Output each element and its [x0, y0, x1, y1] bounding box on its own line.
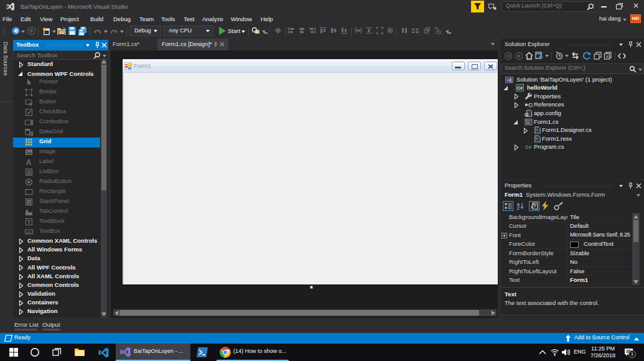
svg-text:T: T	[27, 219, 31, 225]
svg-text:Z: Z	[517, 206, 520, 210]
svg-text:abl: abl	[26, 230, 31, 233]
svg-text:A: A	[26, 158, 32, 166]
svg-text:C#: C#	[525, 144, 532, 150]
svg-text:C#: C#	[517, 85, 523, 91]
